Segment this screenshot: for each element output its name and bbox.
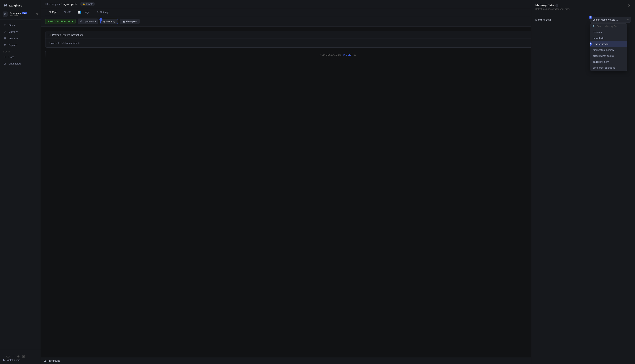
- overlay-body: Memory Sets 2 Search Memory Sets ... ▾ 🔍: [531, 13, 635, 364]
- sidebar-item-pipes-label: Pipes: [9, 24, 15, 26]
- main-content: ⌘ examples / rag-wikipedia 🔒 Private ⊟ P…: [41, 0, 635, 364]
- tab-settings[interactable]: ⚙ Settings: [93, 8, 113, 16]
- step3-badge: 3: [590, 42, 592, 46]
- item-resumes-label: resumes: [593, 31, 602, 34]
- tab-settings-label: Settings: [100, 11, 109, 14]
- playground-text: Playground: [48, 359, 60, 362]
- sidebar-item-explore[interactable]: ⊕ Explore: [0, 42, 41, 48]
- sidebar: ⌘ Langbase ⊟ Examples Pro examples ⇅ ⊟ P…: [0, 0, 41, 364]
- dropdown-item-prospecting-memory[interactable]: prospecting-memory: [590, 47, 627, 53]
- private-badge: 🔒 Private: [80, 2, 95, 6]
- dropdown-menu: 🔍 resumes aa-website 3 rag-wiki: [590, 23, 627, 71]
- pro-badge: Pro: [22, 12, 27, 14]
- model-icon: ⚙: [80, 20, 83, 23]
- item-blood-maven-label: blood-maven-sample: [593, 55, 614, 57]
- app-logo[interactable]: ⌘ Langbase: [0, 0, 41, 10]
- item-aa-rag-label: aa-rag-memory: [593, 60, 609, 63]
- dropdown-item-rag-wikipedia[interactable]: 3 rag-wikipedia: [590, 41, 627, 47]
- sidebar-item-docs[interactable]: ⊟ Docs: [0, 54, 41, 60]
- memory-icon: ◎: [3, 30, 7, 33]
- org-sub: examples: [10, 14, 34, 17]
- model-label: gpt-4o-mini: [84, 20, 96, 23]
- sidebar-social-icons: ◯ ✕ ◈ ▣: [3, 352, 37, 359]
- examples-icon: ▣: [123, 20, 125, 23]
- tab-usage[interactable]: 📊 Usage: [75, 8, 93, 16]
- private-label: Private: [86, 3, 93, 5]
- breadcrumb: ⌘ examples / rag-wikipedia: [45, 2, 77, 6]
- dropdown-item-spec-sheet-examples[interactable]: spec-sheet-examples: [590, 65, 627, 71]
- sidebar-item-memory[interactable]: ◎ Memory: [0, 28, 41, 35]
- lock-icon: 🔒: [82, 3, 85, 5]
- dropdown-item-aa-website[interactable]: aa-website: [590, 35, 627, 41]
- examples-button[interactable]: ▣ Examples: [120, 19, 140, 24]
- dropdown-label: Search Memory Sets ...: [592, 18, 618, 21]
- tab-api-label: API: [67, 11, 71, 14]
- dropdown-item-blood-maven-sample[interactable]: blood-maven-sample: [590, 53, 627, 59]
- memory-button[interactable]: 1 ◎ Memory: [100, 19, 118, 24]
- org-icon: ⊟: [3, 12, 8, 17]
- discord-icon[interactable]: ◈: [17, 354, 20, 358]
- add-message-label: ADD MESSAGE BY: [320, 54, 341, 56]
- dropdown-search-input[interactable]: [597, 25, 626, 28]
- usage-tab-icon: 📊: [78, 10, 81, 14]
- sidebar-item-analytics[interactable]: ⊞ Analytics: [0, 35, 41, 42]
- tab-usage-label: Usage: [83, 11, 90, 14]
- learn-section-label: Learn: [0, 48, 41, 54]
- overlay-title-text: Memory Sets: [535, 4, 554, 7]
- user-badge: ⊕ USER: [343, 54, 353, 56]
- memory-icon-btn: ◎: [103, 20, 105, 23]
- breadcrumb-parent[interactable]: examples: [49, 3, 60, 6]
- add-message-icon: ⊡: [354, 54, 356, 56]
- prompt-text: You're a helpful AI assistant.: [49, 42, 80, 44]
- org-chevron-icon: ⇅: [36, 13, 38, 16]
- sidebar-item-memory-label: Memory: [9, 30, 18, 33]
- api-tab-icon: ⊕: [64, 10, 66, 14]
- logo-icon: ⌘: [3, 3, 8, 8]
- env-version: v1: [68, 20, 70, 23]
- item-prospecting-label: prospecting-memory: [593, 49, 614, 51]
- docs-icon: ⊟: [3, 55, 7, 58]
- prompt-title: Prompt: System Instructions: [52, 34, 84, 36]
- github-icon[interactable]: ◯: [6, 354, 10, 358]
- memory-label: Memory: [106, 20, 115, 23]
- org-info: Examples Pro examples: [10, 12, 34, 17]
- playground-icon: ⊟: [44, 359, 46, 362]
- explore-icon: ⊕: [3, 43, 7, 47]
- examples-label: Examples: [126, 20, 137, 23]
- overlay-info-icon[interactable]: i: [555, 4, 558, 7]
- terminal-icon[interactable]: ▣: [22, 354, 25, 358]
- tab-pipe[interactable]: ⊟ Pipe: [45, 8, 61, 16]
- dropdown-chevron-icon: ▾: [627, 18, 628, 21]
- dropdown-item-aa-rag-memory[interactable]: aa-rag-memory: [590, 59, 627, 65]
- twitter-icon[interactable]: ✕: [12, 354, 15, 358]
- item-aa-website-label: aa-website: [593, 37, 604, 40]
- dropdown-trigger-button[interactable]: 2 Search Memory Sets ... ▾: [590, 17, 631, 22]
- env-button[interactable]: PRODUCTION v1 ▾: [45, 19, 76, 24]
- tab-api[interactable]: ⊕ API: [61, 8, 75, 16]
- sidebar-item-changelog[interactable]: ◎ Changelog: [0, 60, 41, 67]
- org-selector[interactable]: ⊟ Examples Pro examples ⇅: [0, 10, 41, 20]
- dropdown-item-resumes[interactable]: resumes: [590, 29, 627, 35]
- pipe-tab-icon: ⊟: [49, 10, 51, 14]
- sidebar-item-pipes[interactable]: ⊟ Pipes: [0, 22, 41, 28]
- pipes-icon: ⊟: [3, 23, 7, 27]
- overlay-close-button[interactable]: ✕: [628, 3, 631, 8]
- user-icon: ⊕: [343, 54, 345, 56]
- memory-sets-header: Memory Sets 2 Search Memory Sets ... ▾ 🔍: [535, 17, 631, 22]
- item-spec-sheet-label: spec-sheet-examples: [593, 66, 615, 69]
- org-name: Examples Pro: [10, 12, 34, 14]
- overlay-subtitle: Select memory sets for your pipe.: [535, 8, 628, 10]
- dropdown-search-container: 🔍: [590, 24, 627, 29]
- breadcrumb-current: rag-wikipedia: [63, 3, 78, 6]
- settings-tab-icon: ⚙: [97, 10, 99, 14]
- step2-badge: 2: [589, 16, 592, 19]
- watch-demo-button[interactable]: ▶ Watch demo: [3, 359, 37, 362]
- tab-pipe-label: Pipe: [52, 11, 57, 14]
- prompt-header-icon: ⊟: [49, 33, 51, 36]
- sidebar-item-docs-label: Docs: [9, 56, 14, 58]
- model-button[interactable]: ⚙ gpt-4o-mini: [78, 18, 98, 24]
- memory-count-badge: 1: [99, 18, 102, 21]
- overlay-header: Memory Sets i Select memory sets for you…: [531, 0, 635, 13]
- sidebar-item-explore-label: Explore: [9, 44, 17, 46]
- overlay-title: Memory Sets i: [535, 4, 628, 7]
